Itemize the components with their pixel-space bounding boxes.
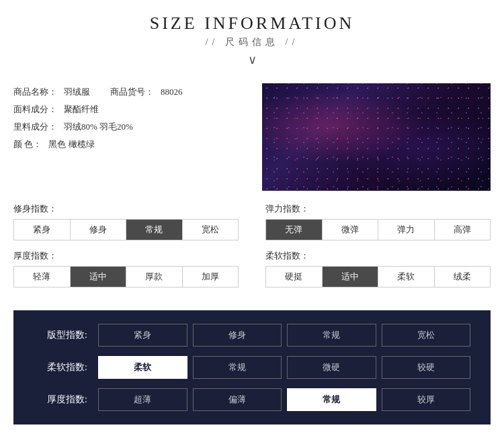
bottom-btn-1-1[interactable]: 常规	[193, 356, 282, 379]
bottom-btn-1-0[interactable]: 柔软	[98, 356, 187, 379]
number-label: 商品货号：	[110, 83, 154, 101]
fabric-label: 面料成分：	[13, 101, 57, 118]
bottom-btn-0-0[interactable]: 紧身	[98, 324, 187, 347]
bottom-btn-2-3[interactable]: 较厚	[382, 388, 471, 411]
main-title: SIZE INFORMATION	[0, 13, 504, 34]
bottom-row-2: 厚度指数: 超薄 偏薄 常规 较厚	[34, 388, 470, 411]
softness-index-buttons: 硬挺 适中 柔软 绒柔	[265, 266, 491, 287]
bottom-btns-2: 超薄 偏薄 常规 较厚	[98, 388, 470, 411]
elasticity-index-label: 弹力指数：	[265, 203, 491, 215]
name-value: 羽绒服	[64, 83, 90, 101]
lining-line: 里料成分： 羽绒80% 羽毛20%	[13, 118, 249, 136]
softness-btn-2[interactable]: 柔软	[378, 267, 435, 287]
thickness-index-group: 厚度指数： 轻薄 适中 厚款 加厚	[13, 250, 239, 287]
fabric-texture	[262, 83, 491, 191]
thickness-index-label: 厚度指数：	[13, 250, 239, 262]
index-section: 修身指数： 紧身 修身 常规 宽松 弹力指数： 无弹 微弹 弹力 高弹	[0, 197, 504, 302]
elasticity-btn-3[interactable]: 高弹	[435, 220, 491, 240]
bottom-btns-1: 柔软 常规 微硬 较硬	[98, 356, 470, 379]
header-section: SIZE INFORMATION // 尺码信息 // ∨	[0, 7, 504, 71]
fit-index-buttons: 紧身 修身 常规 宽松	[13, 219, 239, 240]
product-name-line: 商品名称： 羽绒服 商品货号： 88026	[13, 83, 249, 101]
fit-btn-2[interactable]: 常规	[126, 220, 183, 240]
fit-btn-1[interactable]: 修身	[71, 220, 127, 240]
product-image	[262, 83, 491, 191]
index-row-2: 厚度指数： 轻薄 适中 厚款 加厚 柔软指数： 硬挺 适中 柔软 绒柔	[13, 250, 491, 287]
bottom-btn-1-2[interactable]: 微硬	[287, 356, 376, 379]
elasticity-btn-1[interactable]: 微弹	[323, 220, 379, 240]
elasticity-btn-0[interactable]: 无弹	[266, 220, 323, 240]
bottom-btn-0-1[interactable]: 修身	[193, 324, 282, 347]
bottom-row-0: 版型指数: 紧身 修身 常规 宽松	[34, 324, 470, 347]
thickness-btn-0[interactable]: 轻薄	[14, 267, 71, 287]
softness-index-label: 柔软指数：	[265, 250, 491, 262]
thickness-btn-3[interactable]: 加厚	[183, 267, 239, 287]
elasticity-index-buttons: 无弹 微弹 弹力 高弹	[265, 219, 491, 240]
color-value: 黑色 橄榄绿	[48, 136, 94, 153]
product-info-row: 商品名称： 羽绒服 商品货号： 88026 面料成分： 聚酯纤维 里料成分： 羽…	[0, 71, 504, 197]
color-label: 颜 色：	[13, 136, 42, 153]
fit-btn-0[interactable]: 紧身	[14, 220, 71, 240]
elasticity-btn-2[interactable]: 弹力	[378, 220, 435, 240]
bottom-btn-2-1[interactable]: 偏薄	[193, 388, 282, 411]
number-value: 88026	[161, 83, 183, 101]
thickness-btn-2[interactable]: 厚款	[126, 267, 183, 287]
thickness-btn-1[interactable]: 适中	[71, 267, 127, 287]
page-container: SIZE INFORMATION // 尺码信息 // ∨ 商品名称： 羽绒服 …	[0, 0, 504, 445]
bottom-btn-2-2[interactable]: 常规	[287, 388, 376, 411]
index-row-1: 修身指数： 紧身 修身 常规 宽松 弹力指数： 无弹 微弹 弹力 高弹	[13, 203, 491, 240]
fit-index-group: 修身指数： 紧身 修身 常规 宽松	[13, 203, 239, 240]
fit-index-label: 修身指数：	[13, 203, 239, 215]
lining-label: 里料成分：	[13, 118, 57, 136]
lining-value: 羽绒80% 羽毛20%	[64, 118, 133, 136]
elasticity-index-group: 弹力指数： 无弹 微弹 弹力 高弹	[265, 203, 491, 240]
product-details: 商品名称： 羽绒服 商品货号： 88026 面料成分： 聚酯纤维 里料成分： 羽…	[13, 83, 249, 191]
bottom-label-1: 柔软指数:	[34, 361, 87, 373]
bottom-section: 版型指数: 紧身 修身 常规 宽松 柔软指数: 柔软 常规 微硬 较硬 厚度指数…	[13, 310, 491, 425]
thickness-index-buttons: 轻薄 适中 厚款 加厚	[13, 266, 239, 287]
bottom-row-1: 柔软指数: 柔软 常规 微硬 较硬	[34, 356, 470, 379]
fit-btn-3[interactable]: 宽松	[183, 220, 239, 240]
softness-btn-1[interactable]: 适中	[323, 267, 379, 287]
fabric-line: 面料成分： 聚酯纤维	[13, 101, 249, 118]
bottom-label-2: 厚度指数:	[34, 394, 87, 406]
bottom-btns-0: 紧身 修身 常规 宽松	[98, 324, 470, 347]
softness-index-group: 柔软指数： 硬挺 适中 柔软 绒柔	[265, 250, 491, 287]
bottom-btn-0-2[interactable]: 常规	[287, 324, 376, 347]
color-line: 颜 色： 黑色 橄榄绿	[13, 136, 249, 153]
bottom-label-0: 版型指数:	[34, 329, 87, 341]
softness-btn-0[interactable]: 硬挺	[266, 267, 323, 287]
bottom-btn-0-3[interactable]: 宽松	[382, 324, 471, 347]
bottom-btn-1-3[interactable]: 较硬	[382, 356, 471, 379]
sub-title: // 尺码信息 //	[0, 36, 504, 48]
softness-btn-3[interactable]: 绒柔	[435, 267, 491, 287]
chevron-down-icon[interactable]: ∨	[0, 52, 504, 67]
name-label: 商品名称：	[13, 83, 57, 101]
bottom-btn-2-0[interactable]: 超薄	[98, 388, 187, 411]
fabric-value: 聚酯纤维	[64, 101, 99, 118]
